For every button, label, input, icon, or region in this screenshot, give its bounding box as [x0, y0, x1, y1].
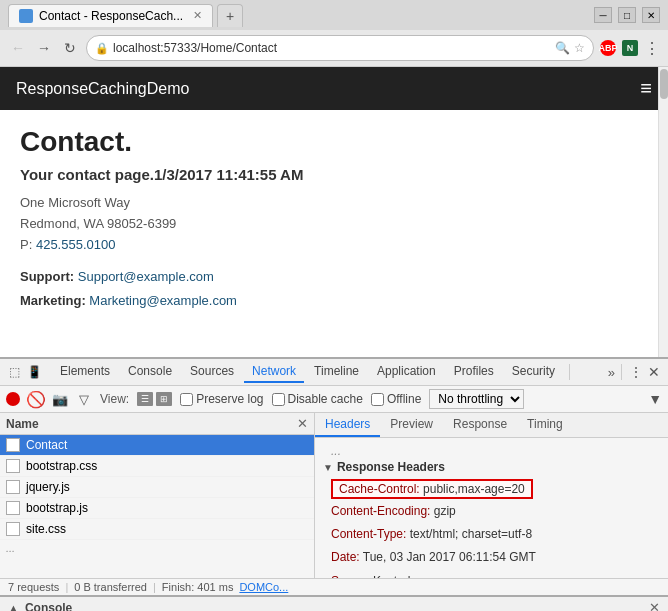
preserve-log-checkbox[interactable]: Preserve log	[180, 392, 263, 406]
response-headers-title: Response Headers	[337, 460, 445, 474]
browser-chrome: Contact - ResponseCach... ✕ + ─ □ ✕ ← → …	[0, 0, 668, 67]
view-label: View:	[100, 392, 129, 406]
content-encoding-val: gzip	[434, 504, 456, 518]
hamburger-menu[interactable]: ≡	[640, 77, 652, 100]
offline-checkbox[interactable]: Offline	[371, 392, 421, 406]
site-content: Contact. Your contact page.1/3/2017 11:4…	[0, 110, 668, 328]
devtools-inspect-icon[interactable]: ⬚	[6, 364, 22, 380]
tab-profiles[interactable]: Profiles	[446, 361, 502, 383]
devtools-device-icon[interactable]: 📱	[26, 364, 42, 380]
close-button[interactable]: ✕	[642, 7, 660, 23]
support-email[interactable]: Support@example.com	[78, 269, 214, 284]
finish-time: Finish: 401 ms	[162, 581, 234, 593]
tab-network[interactable]: Network	[244, 361, 304, 383]
devtools-more-button[interactable]: »	[608, 365, 615, 380]
forward-button[interactable]: →	[34, 38, 54, 58]
devtools-panel: ⬚ 📱 Elements Console Sources Network Tim…	[0, 357, 668, 595]
phone-label: P:	[20, 237, 32, 252]
tab-sources[interactable]: Sources	[182, 361, 242, 383]
file-favicon	[6, 459, 20, 473]
previous-headers: ...	[323, 442, 660, 460]
file-item-jquery[interactable]: jquery.js	[0, 477, 314, 498]
console-expand-icon[interactable]: ▲	[8, 602, 19, 612]
list-view-icon[interactable]: ☰	[137, 392, 153, 406]
details-tab-headers[interactable]: Headers	[315, 413, 380, 437]
file-name: jquery.js	[26, 480, 70, 494]
header-item-server: Server: Kestrel	[323, 570, 660, 578]
collapse-triangle[interactable]: ▼	[323, 462, 333, 473]
camera-button[interactable]: 📷	[52, 391, 68, 407]
file-list-panel: Name ✕ Contact bootstrap.css jquery.js	[0, 413, 315, 578]
network-more-icon[interactable]: ▼	[648, 391, 662, 407]
file-item-bootstrap-css[interactable]: bootstrap.css	[0, 456, 314, 477]
tab-title: Contact - ResponseCach...	[39, 9, 183, 23]
details-content: ... ▼ Response Headers Cache-Control: pu…	[315, 438, 668, 578]
search-icon: 🔍	[555, 41, 570, 55]
star-icon[interactable]: ☆	[574, 41, 585, 55]
file-item-site-css[interactable]: site.css	[0, 519, 314, 540]
details-tab-response[interactable]: Response	[443, 413, 517, 437]
file-item-contact[interactable]: Contact	[0, 435, 314, 456]
devtools-separator2	[621, 364, 622, 380]
devtools-settings-icon[interactable]: ⋮	[628, 364, 644, 380]
cache-control-val: public,max-age=20	[423, 482, 525, 496]
adblock-icon[interactable]: ABP	[600, 40, 616, 56]
contact-address: One Microsoft Way Redmond, WA 98052-6399…	[20, 193, 648, 255]
view-icons: ☰ ⊞	[137, 392, 172, 406]
marketing-line: Marketing: Marketing@example.com	[20, 289, 648, 312]
title-bar: Contact - ResponseCach... ✕ + ─ □ ✕	[0, 0, 668, 30]
throttle-select[interactable]: No throttling	[429, 389, 524, 409]
date-val: Tue, 03 Jan 2017 06:11:54 GMT	[363, 550, 536, 564]
tab-favicon	[19, 9, 33, 23]
tab-elements[interactable]: Elements	[52, 361, 118, 383]
browser-menu-button[interactable]: ⋮	[644, 39, 660, 58]
header-item-date: Date: Tue, 03 Jan 2017 06:11:54 GMT	[323, 546, 660, 569]
transferred-size: 0 B transferred	[74, 581, 147, 593]
cache-control-highlighted: Cache-Control: public,max-age=20	[331, 479, 533, 499]
contact-links: Support: Support@example.com Marketing: …	[20, 265, 648, 312]
tab-application[interactable]: Application	[369, 361, 444, 383]
details-tab-timing[interactable]: Timing	[517, 413, 573, 437]
phone-link[interactable]: 425.555.0100	[36, 237, 116, 252]
tab-close-button[interactable]: ✕	[193, 9, 202, 22]
tab-area: Contact - ResponseCach... ✕ +	[8, 4, 243, 27]
page-scrollbar[interactable]	[658, 67, 668, 357]
devtools-separator	[569, 364, 570, 380]
disable-cache-checkbox[interactable]: Disable cache	[272, 392, 363, 406]
site-title: ResponseCachingDemo	[16, 80, 189, 98]
dom-link[interactable]: DOMCo...	[239, 581, 288, 593]
devtools-action-icons: ⬚ 📱	[6, 364, 42, 380]
file-favicon	[6, 501, 20, 515]
tab-timeline[interactable]: Timeline	[306, 361, 367, 383]
file-name: bootstrap.css	[26, 459, 97, 473]
website-content: ResponseCachingDemo ≡ Contact. Your cont…	[0, 67, 668, 357]
new-tab-button[interactable]: +	[217, 4, 243, 27]
devtools-close-icon[interactable]: ✕	[646, 364, 662, 380]
address-line2: Redmond, WA 98052-6399	[20, 214, 648, 235]
record-button[interactable]	[6, 392, 20, 406]
console-close-button[interactable]: ✕	[649, 600, 660, 611]
header-item-cache-control: Cache-Control: public,max-age=20	[323, 478, 660, 500]
back-button[interactable]: ←	[8, 38, 28, 58]
minimize-button[interactable]: ─	[594, 7, 612, 23]
file-list-close-button[interactable]: ✕	[297, 416, 308, 431]
n-extension-icon[interactable]: N	[622, 40, 638, 56]
status-sep2: |	[153, 581, 156, 593]
clear-button[interactable]: 🚫	[28, 391, 44, 407]
refresh-button[interactable]: ↻	[60, 38, 80, 58]
console-label: Console	[25, 601, 72, 612]
marketing-email[interactable]: Marketing@example.com	[89, 293, 237, 308]
address-input[interactable]: 🔒 localhost:57333/Home/Contact 🔍 ☆	[86, 35, 594, 61]
scrollbar-thumb[interactable]	[660, 69, 668, 99]
header-item-content-encoding: Content-Encoding: gzip	[323, 500, 660, 523]
maximize-button[interactable]: □	[618, 7, 636, 23]
browser-tab[interactable]: Contact - ResponseCach... ✕	[8, 4, 213, 27]
address-line1: One Microsoft Way	[20, 193, 648, 214]
filter-button[interactable]: ▽	[76, 391, 92, 407]
content-type-key: Content-Type:	[331, 527, 406, 541]
tab-security[interactable]: Security	[504, 361, 563, 383]
details-tab-preview[interactable]: Preview	[380, 413, 443, 437]
grid-view-icon[interactable]: ⊞	[156, 392, 172, 406]
tab-console[interactable]: Console	[120, 361, 180, 383]
file-item-bootstrap-js[interactable]: bootstrap.js	[0, 498, 314, 519]
